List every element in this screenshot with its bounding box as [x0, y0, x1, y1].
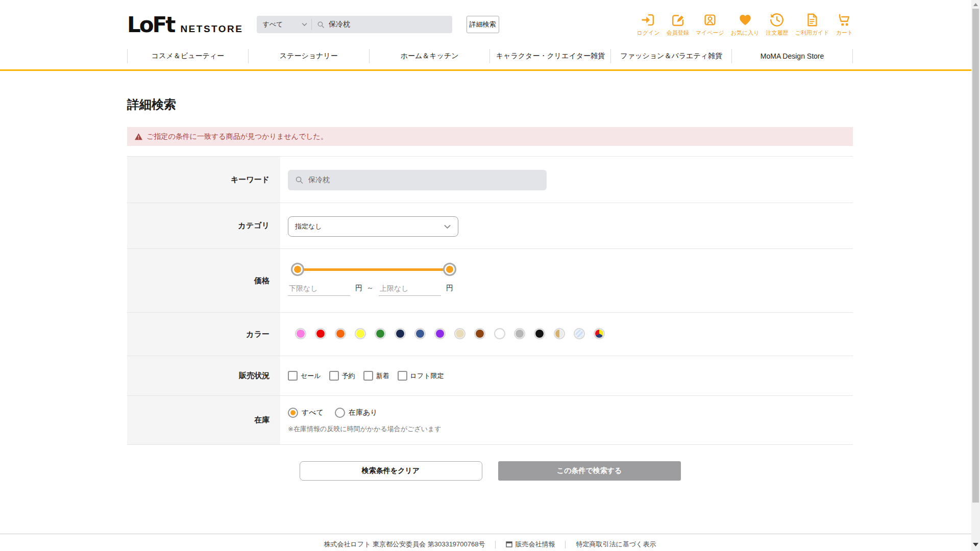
color-swatch-green[interactable] — [375, 328, 386, 339]
color-swatch-red[interactable] — [315, 328, 326, 339]
header-search-group: すべて 詳細検索 — [257, 16, 499, 33]
checkbox-new-label: 新着 — [376, 371, 389, 381]
search-icon — [317, 20, 325, 29]
radio-stock-all[interactable]: すべて — [288, 408, 324, 418]
mypage-button[interactable]: マイページ — [696, 12, 724, 37]
register-icon — [670, 12, 685, 28]
checkbox-box — [288, 371, 298, 381]
footer-link-tokushoho-label: 特定商取引法に基づく表示 — [576, 540, 656, 549]
header-search-bar: すべて — [257, 16, 452, 33]
stock-note: ※在庫情報の反映に時間がかかる場合がございます — [288, 424, 853, 434]
scrollbar-down-arrow[interactable] — [971, 540, 980, 549]
header-search-field — [312, 16, 452, 33]
register-button[interactable]: 会員登録 — [667, 12, 689, 37]
mypage-label: マイページ — [696, 29, 724, 37]
slider-handle-max[interactable] — [443, 263, 456, 276]
color-swatch-blue[interactable] — [414, 328, 426, 339]
checkbox-box — [363, 371, 373, 381]
checkbox-box — [329, 371, 339, 381]
form-row-keyword: キーワード — [127, 157, 853, 203]
logo-netstore-text: NETSTORE — [180, 23, 243, 35]
checkbox-new[interactable]: 新着 — [363, 371, 389, 381]
color-swatch-multicolor[interactable] — [594, 328, 605, 339]
color-swatch-white[interactable] — [494, 328, 505, 339]
keyword-label: キーワード — [127, 157, 280, 203]
form-row-stock: 在庫 すべて 在庫あり ※在庫情報の反映に時間がかかる場合がございます — [127, 396, 853, 445]
nav-item-cosme[interactable]: コスメ＆ビューティー — [127, 49, 248, 63]
price-range-separator: ～ — [366, 284, 374, 293]
color-swatch-orange[interactable] — [335, 328, 346, 339]
scrollbar[interactable] — [971, 0, 980, 551]
color-swatch-gold-silver[interactable] — [554, 328, 565, 339]
nav-item-moma[interactable]: MoMA Design Store — [731, 49, 853, 63]
color-swatch-clear[interactable] — [574, 328, 585, 339]
radio-stock-available-label: 在庫あり — [349, 408, 378, 417]
logo-loft-text: LoFt — [127, 12, 174, 37]
login-icon — [641, 12, 656, 28]
favorites-button[interactable]: お気に入り — [731, 12, 760, 37]
nav-item-fashion[interactable]: ファッション＆バラエティ雑貨 — [610, 49, 731, 63]
slider-handle-min[interactable] — [291, 263, 304, 276]
category-select[interactable]: 指定なし — [288, 216, 458, 237]
guide-label: ご利用ガイド — [795, 29, 829, 37]
scrollbar-up-arrow[interactable] — [971, 0, 980, 9]
cart-label: カート — [836, 29, 853, 37]
checkbox-loft-exclusive[interactable]: ロフト限定 — [398, 371, 444, 381]
checkbox-reservation[interactable]: 予約 — [329, 371, 355, 381]
color-swatch-pink[interactable] — [295, 328, 306, 339]
color-swatch-black[interactable] — [534, 328, 545, 339]
form-actions: 検索条件をクリア この条件で検索する — [127, 461, 853, 481]
sale-status-options: セール 予約 新着 ロフト限定 — [288, 371, 853, 381]
form-row-category: カテゴリ 指定なし — [127, 203, 853, 249]
form-row-price: 価格 円 ～ 円 — [127, 249, 853, 313]
order-history-label: 注文履歴 — [766, 29, 788, 37]
price-unit-min: 円 — [355, 284, 362, 293]
search-scope-select[interactable]: すべて — [257, 16, 311, 33]
radio-circle — [335, 408, 345, 418]
color-swatch-navy[interactable] — [395, 328, 406, 339]
checkbox-sale-label: セール — [301, 371, 321, 381]
loft-logo[interactable]: LoFt NETSTORE — [127, 12, 243, 37]
detail-search-button[interactable]: 詳細検索 — [467, 16, 499, 33]
main-content: 詳細検索 ご指定の条件に一致する商品が見つかりませんでした。 キーワード カテゴ… — [127, 96, 853, 481]
footer-link-seller-info[interactable]: 販売会社情報 — [506, 540, 555, 549]
footer-link-tokushoho[interactable]: 特定商取引法に基づく表示 — [576, 540, 656, 549]
nav-item-character[interactable]: キャラクター・クリエイター雑貨 — [489, 49, 610, 63]
no-results-alert: ご指定の条件に一致する商品が見つかりませんでした。 — [127, 127, 853, 146]
color-swatch-yellow[interactable] — [355, 328, 366, 339]
price-min-input[interactable] — [288, 283, 350, 296]
clear-conditions-button[interactable]: 検索条件をクリア — [300, 461, 482, 481]
price-max-input[interactable] — [379, 283, 441, 296]
cart-button[interactable]: カート — [836, 12, 853, 37]
color-swatch-purple[interactable] — [434, 328, 446, 339]
header-utility-icons: ログイン 会員登録 マイページ お気に入り 注文履歴 ご利用ガイド — [637, 12, 853, 37]
form-row-sale-status: 販売状況 セール 予約 新着 — [127, 356, 853, 396]
color-swatch-beige[interactable] — [454, 328, 465, 339]
login-label: ログイン — [637, 29, 660, 37]
footer-link-seller-info-label: 販売会社情報 — [515, 540, 555, 549]
search-submit-button[interactable]: この条件で検索する — [498, 461, 681, 481]
header-search-input[interactable] — [329, 20, 447, 29]
scrollbar-thumb[interactable] — [972, 9, 979, 503]
radio-circle — [288, 408, 298, 418]
search-icon — [295, 176, 304, 185]
checkbox-sale[interactable]: セール — [288, 371, 321, 381]
slider-track[interactable] — [298, 268, 450, 271]
color-swatch-gray[interactable] — [514, 328, 525, 339]
radio-stock-available[interactable]: 在庫あり — [335, 408, 378, 418]
search-form: キーワード カテゴリ 指定なし 価格 — [127, 156, 853, 445]
nav-item-home-kitchen[interactable]: ホーム＆キッチン — [369, 49, 490, 63]
footer-separator — [495, 541, 496, 548]
footer-separator — [565, 541, 566, 548]
login-button[interactable]: ログイン — [637, 12, 660, 37]
keyword-input[interactable] — [308, 176, 540, 184]
nav-accent-bar — [0, 69, 980, 71]
color-swatch-brown[interactable] — [474, 328, 485, 339]
window-icon — [506, 541, 512, 547]
stock-options: すべて 在庫あり — [288, 408, 853, 418]
chevron-down-icon — [302, 22, 307, 27]
guide-button[interactable]: ご利用ガイド — [795, 12, 829, 37]
nav-item-stationery[interactable]: ステーショナリー — [248, 49, 369, 63]
favorites-label: お気に入り — [731, 29, 760, 37]
order-history-button[interactable]: 注文履歴 — [766, 12, 788, 37]
